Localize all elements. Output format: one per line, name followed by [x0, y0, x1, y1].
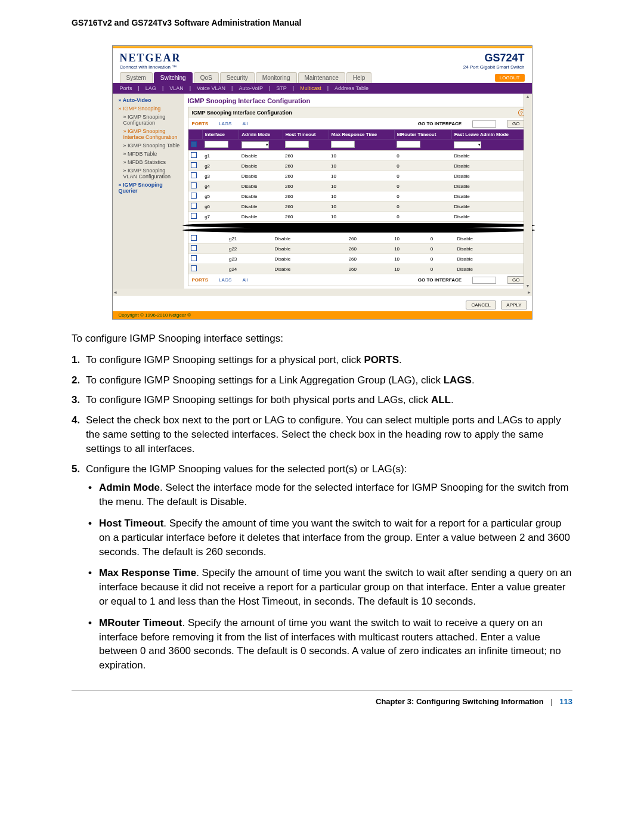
apply-button[interactable]: APPLY — [501, 301, 527, 309]
select-all-checkbox[interactable] — [191, 141, 197, 147]
tab-help[interactable]: Help — [346, 72, 372, 83]
tab-monitoring[interactable]: Monitoring — [256, 72, 297, 83]
filter-ports-bottom[interactable]: PORTS — [192, 277, 209, 283]
row-checkbox[interactable] — [191, 235, 197, 241]
lead-paragraph: To configure IGMP Snooping interface set… — [72, 332, 572, 346]
tab-switching[interactable]: Switching — [154, 72, 193, 83]
sidebar-item[interactable]: » MFDB Table — [113, 150, 184, 158]
logout-button[interactable]: LOGOUT — [495, 74, 525, 82]
subtab-auto-voip[interactable]: Auto-VoIP — [239, 85, 263, 91]
manual-title: GS716Tv2 and GS724Tv3 Software Administr… — [72, 18, 572, 27]
table-row: g4Disable260100Disable — [188, 181, 528, 191]
column-header: Host Timeout — [283, 130, 329, 140]
sidebar-item[interactable]: » IGMP Snooping Table — [113, 141, 184, 150]
brand-tagline: Connect with Innovation ™ — [120, 64, 181, 70]
column-header: Max Response Time — [329, 130, 394, 140]
model-subtitle: 24 Port Gigabit Smart Switch — [463, 64, 525, 70]
filter-all[interactable]: All — [242, 121, 247, 126]
row-checkbox[interactable] — [191, 213, 197, 219]
brand-logo: NETGEAR — [120, 52, 181, 64]
footer-separator: | — [550, 697, 552, 706]
sidebar-item[interactable]: » Auto-Video — [113, 96, 184, 104]
subtab-address-table[interactable]: Address Table — [335, 85, 369, 91]
filter-max-response-input[interactable] — [331, 141, 355, 148]
subtab-voice-vlan[interactable]: Voice VLAN — [197, 85, 225, 91]
row-checkbox[interactable] — [191, 245, 197, 251]
column-header — [188, 130, 202, 140]
column-header: Fast Leave Admin Mode — [451, 130, 528, 140]
table-filter-row: ▾ ▾ — [188, 140, 528, 151]
table-row: g23Disable260100Disable — [188, 254, 529, 264]
horizontal-scrollbar[interactable]: ◂▸ — [113, 289, 532, 296]
app-screenshot: NETGEAR Connect with Innovation ™ GS724T… — [112, 45, 532, 320]
tab-security[interactable]: Security — [220, 72, 255, 83]
filter-ports[interactable]: PORTS — [192, 121, 209, 126]
doc-body: To configure IGMP Snooping interface set… — [72, 332, 572, 673]
footer-page-number: 113 — [559, 697, 572, 706]
subtab-bar: Ports| LAG| VLAN| Voice VLAN| Auto-VoIP|… — [113, 83, 532, 94]
filter-interface-input[interactable] — [205, 141, 228, 148]
sidebar-item[interactable]: » IGMP Snooping — [113, 104, 184, 113]
row-checkbox[interactable] — [191, 255, 197, 261]
column-header: MRouter Timeout — [394, 130, 451, 140]
filter-fast-leave-select[interactable]: ▾ — [454, 141, 481, 148]
bullet-item: Admin Mode. Select the interface mode fo… — [99, 481, 572, 509]
row-checkbox[interactable] — [191, 162, 197, 168]
step-item: 5.Configure the IGMP Snooping values for… — [86, 462, 572, 673]
filter-admin-mode-select[interactable]: ▾ — [242, 141, 269, 148]
main-panel: IGMP Snooping Interface Configuration IG… — [184, 94, 532, 289]
row-checkbox[interactable] — [191, 182, 197, 188]
column-header: Admin Mode — [239, 130, 283, 140]
panel-header-text: IGMP Snooping Interface Configuration — [192, 110, 292, 116]
copyright: Copyright © 1996-2010 Netgear ® — [113, 311, 532, 319]
row-checkbox[interactable] — [191, 193, 197, 199]
table-row: g1Disable260100Disable — [188, 151, 528, 161]
interface-table: InterfaceAdmin ModeHost TimeoutMax Respo… — [188, 129, 529, 222]
goto-input-bottom[interactable] — [472, 277, 496, 284]
tab-bar: System Switching QoS Security Monitoring… — [113, 72, 532, 83]
vertical-scrollbar[interactable]: ▴▾ — [524, 94, 532, 289]
sidebar-item[interactable]: » MFDB Statistics — [113, 158, 184, 166]
filter-lags-bottom[interactable]: LAGS — [219, 277, 231, 283]
tab-system[interactable]: System — [120, 72, 153, 83]
sidebar-item[interactable]: » IGMP Snooping Configuration — [113, 113, 184, 127]
cancel-button[interactable]: CANCEL — [466, 301, 496, 309]
row-checkbox[interactable] — [191, 203, 197, 209]
table-row: g2Disable260100Disable — [188, 161, 528, 171]
filter-host-timeout-input[interactable] — [285, 141, 309, 148]
page-footer: Chapter 3: Configuring Switching Informa… — [72, 690, 572, 706]
subtab-stp[interactable]: STP — [276, 85, 287, 91]
table-row: g5Disable260100Disable — [188, 191, 528, 202]
filter-mrouter-input[interactable] — [397, 141, 420, 148]
sidebar-item[interactable]: » IGMP Snooping Interface Configuration — [113, 127, 184, 141]
row-checkbox[interactable] — [191, 152, 197, 158]
row-checkbox[interactable] — [191, 172, 197, 178]
step-item: 3.To configure IGMP Snooping settings fo… — [86, 393, 572, 407]
tab-maintenance[interactable]: Maintenance — [298, 72, 345, 83]
subtab-vlan[interactable]: VLAN — [169, 85, 184, 91]
table-row: g7Disable260100Disable — [188, 212, 528, 222]
bullet-item: Host Timeout. Specify the amount of time… — [99, 516, 572, 559]
go-button-bottom[interactable]: GO — [507, 276, 525, 284]
goto-input[interactable] — [472, 120, 496, 128]
goto-label-bottom: GO TO INTERFACE — [418, 277, 462, 283]
go-button[interactable]: GO — [507, 120, 525, 128]
step-item: 1.To configure IGMP Snooping settings fo… — [86, 353, 572, 367]
tab-qos[interactable]: QoS — [194, 72, 219, 83]
bullet-item: MRouter Timeout. Specify the amount of t… — [99, 616, 572, 673]
table-row: g24Disable260100Disable — [188, 264, 529, 274]
filter-lags[interactable]: LAGS — [219, 121, 231, 126]
subtab-ports[interactable]: Ports — [120, 85, 132, 91]
subtab-lag[interactable]: LAG — [145, 85, 156, 91]
subtab-multicast[interactable]: Multicast — [300, 85, 321, 91]
row-checkbox[interactable] — [191, 265, 197, 271]
filter-all-bottom[interactable]: All — [242, 277, 247, 283]
sidebar-item[interactable]: » IGMP Snooping Querier — [113, 181, 184, 195]
table-row: g3Disable260100Disable — [188, 171, 528, 181]
step-item: 4.Select the check box next to the port … — [86, 413, 572, 456]
step-item: 2.To configure IGMP Snooping settings fo… — [86, 373, 572, 388]
goto-label: GO TO INTERFACE — [418, 121, 462, 126]
sidebar-item[interactable]: » IGMP Snooping VLAN Configuration — [113, 166, 184, 181]
sidebar: » Auto-Video» IGMP Snooping» IGMP Snoopi… — [113, 94, 184, 289]
page-title: IGMP Snooping Interface Configuration — [188, 97, 530, 104]
